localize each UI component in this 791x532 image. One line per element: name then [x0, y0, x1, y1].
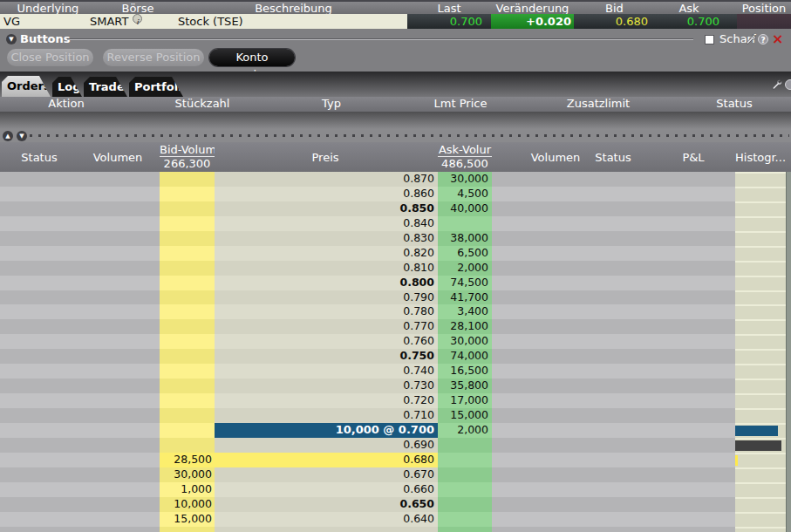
ladder-col-status-left[interactable]: Status	[9, 151, 70, 165]
price-cell[interactable]: 0.660	[215, 482, 438, 497]
splitter-bar[interactable]: ▲ ▼	[0, 129, 791, 142]
price-cell[interactable]: 0.840	[215, 216, 438, 231]
price-cell[interactable]: 0.850	[215, 201, 438, 216]
bid-volume-cell[interactable]	[160, 423, 215, 438]
tab-portfolio[interactable]: Portfolio	[129, 77, 183, 97]
ask-volume-cell[interactable]	[438, 527, 492, 532]
close-position-button[interactable]: Close Position	[7, 49, 93, 66]
price-cell[interactable]: 0.740	[215, 364, 438, 379]
ladder-col-ask-volume[interactable]: Ask-Volur 486,500	[438, 143, 492, 171]
close-window-icon[interactable]: ×	[772, 31, 783, 47]
splitter-down-icon[interactable]: ▼	[17, 131, 27, 141]
quote-row[interactable]: VG SMART i Stock (TSE) 0.700 +0.020 0.68…	[0, 14, 791, 29]
ladder-scrollbar[interactable]	[786, 172, 791, 532]
price-cell[interactable]: 0.650	[215, 497, 438, 512]
bid-volume-cell[interactable]	[160, 216, 215, 231]
ask-volume-cell[interactable]	[438, 512, 492, 527]
bid-volume-cell[interactable]	[160, 393, 215, 408]
bid-volume-cell[interactable]: 1,000	[160, 482, 215, 497]
bid-volume-cell[interactable]	[160, 408, 215, 423]
wrench-icon[interactable]	[771, 78, 782, 90]
bid-volume-cell[interactable]	[160, 246, 215, 261]
price-cell[interactable]: 0.790	[215, 290, 438, 305]
ask-volume-cell[interactable]: 15,000	[438, 408, 492, 423]
ask-volume-cell[interactable]: 35,800	[438, 379, 492, 393]
ask-volume-cell[interactable]	[438, 497, 492, 512]
ask-volume-cell[interactable]: 3,400	[438, 304, 492, 319]
bid-volume-cell[interactable]	[160, 231, 215, 246]
show-account-button[interactable]: Konto anzeigen	[209, 49, 295, 66]
ask-volume-cell[interactable]	[438, 453, 492, 467]
ask-volume-cell[interactable]: 28,100	[438, 319, 492, 334]
ask-volume-cell[interactable]: 30,000	[438, 172, 492, 187]
ask-volume-cell[interactable]	[438, 438, 492, 453]
ask-volume-cell[interactable]: 4,500	[438, 187, 492, 201]
splitter-up-icon[interactable]: ▲	[3, 131, 13, 141]
price-cell[interactable]: 0.760	[215, 334, 438, 349]
bid-volume-cell[interactable]	[160, 276, 215, 290]
collapse-panel-icon[interactable]: ▼	[6, 34, 17, 44]
price-cell[interactable]: 0.820	[215, 246, 438, 261]
orders-col-status[interactable]: Status	[691, 97, 778, 112]
price-cell[interactable]: 0.860	[215, 187, 438, 201]
bid-volume-cell[interactable]	[160, 319, 215, 334]
ask-volume-cell[interactable]: 2,000	[438, 423, 492, 438]
ask-volume-cell[interactable]	[438, 216, 492, 231]
armed-checkbox[interactable]	[705, 35, 714, 44]
tab-trades[interactable]: Trades	[84, 77, 127, 97]
ask-volume-cell[interactable]: 74,000	[438, 349, 492, 364]
help-icon[interactable]: ?	[758, 34, 768, 44]
bid-volume-cell[interactable]	[160, 527, 215, 532]
contract-info-icon[interactable]: i	[133, 14, 142, 24]
bid-volume-cell[interactable]: 28,500	[160, 453, 215, 467]
bid-volume-cell[interactable]	[160, 334, 215, 349]
price-cell[interactable]: 0.750	[215, 349, 438, 364]
quote-contract-section[interactable]: VG SMART i Stock (TSE)	[0, 14, 407, 29]
price-cell[interactable]: 0.870	[215, 172, 438, 187]
price-cell[interactable]: 0.800	[215, 276, 438, 290]
bid-volume-cell[interactable]: 30,000	[160, 467, 215, 482]
price-cell[interactable]: 10,000 @ 0.700	[215, 423, 438, 438]
bid-volume-cell[interactable]	[160, 201, 215, 216]
help-icon[interactable]	[785, 79, 791, 90]
price-cell[interactable]: 0.830	[215, 231, 438, 246]
ladder-col-pnl[interactable]: P&L	[658, 151, 728, 165]
ladder-col-volumen-left[interactable]: Volumen	[83, 151, 153, 165]
ask-volume-cell[interactable]: 16,500	[438, 364, 492, 379]
bid-volume-cell[interactable]: 15,000	[160, 512, 215, 527]
price-cell[interactable]: 0.680	[215, 453, 438, 467]
tab-log[interactable]: Log	[52, 77, 82, 97]
bid-volume-cell[interactable]	[160, 187, 215, 201]
orders-col-aktion[interactable]: Aktion	[23, 97, 110, 112]
ask-volume-cell[interactable]: 40,000	[438, 201, 492, 216]
ask-volume-cell[interactable]: 30,000	[438, 334, 492, 349]
ask-volume-cell[interactable]: 74,500	[438, 276, 492, 290]
price-cell[interactable]: 0.670	[215, 467, 438, 482]
bid-volume-cell[interactable]	[160, 379, 215, 393]
bid-volume-cell[interactable]	[160, 172, 215, 187]
price-cell[interactable]: 0.730	[215, 379, 438, 393]
ask-volume-cell[interactable]: 17,000	[438, 393, 492, 408]
price-cell[interactable]: 0.780	[215, 304, 438, 319]
ladder-col-bid-volume[interactable]: Bid-Volum 266,300	[160, 143, 215, 171]
price-cell[interactable]: 0.720	[215, 393, 438, 408]
wrench-icon[interactable]	[745, 33, 756, 44]
bid-volume-cell[interactable]	[160, 349, 215, 364]
ladder-col-preis[interactable]: Preis	[273, 151, 378, 165]
bid-volume-cell[interactable]: 10,000	[160, 497, 215, 512]
orders-col-zusatzlimit[interactable]: Zusatzlimit	[555, 97, 642, 112]
ask-volume-cell[interactable]: 6,500	[438, 246, 492, 261]
price-cell[interactable]: 0.710	[215, 408, 438, 423]
ask-volume-cell[interactable]: 41,700	[438, 290, 492, 305]
price-cell[interactable]: 0.690	[215, 438, 438, 453]
bid-volume-cell[interactable]	[160, 438, 215, 453]
orders-col-lmt-price[interactable]: Lmt Price	[417, 97, 504, 112]
bid-volume-cell[interactable]	[160, 290, 215, 305]
ask-volume-cell[interactable]	[438, 467, 492, 482]
price-cell[interactable]: 0.770	[215, 319, 438, 334]
price-cell[interactable]: 0.640	[215, 512, 438, 527]
orders-col-stueckzahl[interactable]: Stückzahl	[159, 97, 246, 112]
reverse-position-button[interactable]: Reverse Position	[103, 49, 204, 66]
ask-volume-cell[interactable]	[438, 482, 492, 497]
ladder-col-status-right[interactable]: Status	[578, 151, 648, 165]
